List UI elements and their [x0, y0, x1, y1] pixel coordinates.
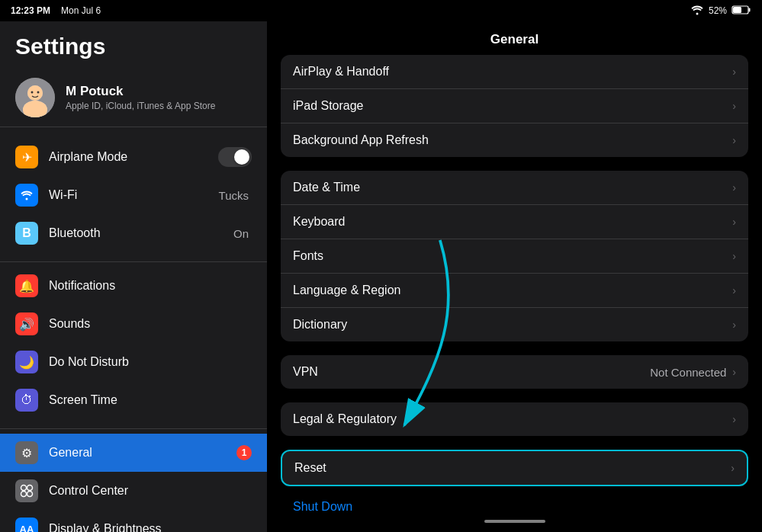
sidebar-item-display-brightness[interactable]: AA Display & Brightness	[0, 510, 267, 532]
sidebar-item-sounds[interactable]: 🔊 Sounds	[0, 305, 267, 343]
keyboard-label: Keyboard	[293, 215, 732, 229]
account-subtitle: Apple ID, iCloud, iTunes & App Store	[66, 101, 215, 111]
svg-point-13	[21, 486, 27, 491]
language-region-chevron: ›	[732, 284, 736, 296]
screen-time-icon: ⏱	[15, 389, 38, 412]
row-ipad-storage[interactable]: iPad Storage ›	[281, 89, 748, 123]
screen-time-label: Screen Time	[49, 393, 252, 407]
account-name: M Potuck	[66, 84, 215, 99]
sounds-icon: 🔊	[15, 312, 38, 335]
display-label: Display & Brightness	[49, 522, 252, 532]
settings-group-1: AirPlay & Handoff › iPad Storage › Backg…	[281, 55, 748, 157]
control-center-label: Control Center	[49, 484, 252, 498]
svg-rect-3	[733, 7, 741, 13]
language-region-label: Language & Region	[293, 284, 732, 297]
status-time: 12:23 PM	[11, 5, 50, 16]
date-time-label: Date & Time	[293, 181, 732, 194]
svg-point-12	[26, 198, 28, 200]
wifi-sidebar-icon	[15, 184, 38, 207]
reset-chevron: ›	[731, 462, 735, 474]
battery-percent: 52%	[709, 5, 727, 16]
date-time-chevron: ›	[732, 181, 736, 194]
dictionary-chevron: ›	[732, 319, 736, 331]
vpn-value: Not Connected	[650, 366, 726, 379]
row-background-app-refresh[interactable]: Background App Refresh ›	[281, 123, 748, 157]
fonts-chevron: ›	[732, 250, 736, 262]
airplane-icon: ✈	[15, 146, 38, 168]
status-bar-left: 12:23 PM Mon Jul 6	[11, 5, 101, 16]
status-bar-right: 52%	[690, 5, 751, 18]
settings-group-legal: Legal & Regulatory ›	[281, 402, 748, 436]
sounds-label: Sounds	[49, 317, 252, 331]
legal-label: Legal & Regulatory	[293, 412, 732, 426]
wifi-icon	[690, 5, 704, 18]
ipad-storage-label: iPad Storage	[293, 99, 732, 113]
sidebar-section-general: ⚙ General 1 Control Center AA Display & …	[0, 428, 267, 532]
dnd-label: Do Not Disturb	[49, 355, 252, 369]
legal-chevron: ›	[732, 413, 736, 425]
sidebar-section-connections: ✈ Airplane Mode Wi-Fi Tucks B Bluetooth …	[0, 133, 267, 257]
row-vpn[interactable]: VPN Not Connected ›	[281, 355, 748, 389]
shutdown-row[interactable]: Shut Down	[281, 492, 748, 514]
svg-point-14	[27, 486, 33, 491]
toggle-knob	[234, 149, 249, 165]
row-date-time[interactable]: Date & Time ›	[281, 171, 748, 205]
notifications-label: Notifications	[49, 279, 252, 293]
bluetooth-label: Bluetooth	[49, 226, 233, 240]
control-center-icon	[15, 479, 38, 502]
row-language-region[interactable]: Language & Region ›	[281, 274, 748, 308]
svg-point-15	[21, 492, 27, 497]
bg-app-refresh-chevron: ›	[732, 134, 736, 146]
svg-rect-2	[749, 8, 751, 11]
svg-point-10	[37, 91, 40, 94]
bluetooth-value: On	[233, 227, 249, 240]
row-dictionary[interactable]: Dictionary ›	[281, 308, 748, 341]
sidebar-section-notifications: 🔔 Notifications 🔊 Sounds 🌙 Do Not Distur…	[0, 261, 267, 424]
battery-icon	[731, 5, 751, 18]
fonts-label: Fonts	[293, 249, 732, 263]
account-row[interactable]: M Potuck Apple ID, iCloud, iTunes & App …	[0, 69, 267, 127]
airplane-label: Airplane Mode	[49, 150, 218, 164]
settings-group-2: Date & Time › Keyboard › Fonts › Languag…	[281, 171, 748, 341]
sidebar-item-airplane-mode[interactable]: ✈ Airplane Mode	[0, 138, 267, 176]
home-indicator	[484, 520, 545, 523]
avatar	[15, 78, 55, 117]
status-date: Mon Jul 6	[61, 5, 101, 16]
vpn-label: VPN	[293, 365, 650, 379]
sidebar-item-screen-time[interactable]: ⏱ Screen Time	[0, 381, 267, 419]
sidebar-item-notifications[interactable]: 🔔 Notifications	[0, 267, 267, 305]
row-fonts[interactable]: Fonts ›	[281, 239, 748, 274]
svg-point-9	[31, 91, 34, 94]
wifi-value: Tucks	[219, 189, 249, 202]
general-label: General	[49, 446, 232, 460]
row-legal[interactable]: Legal & Regulatory ›	[281, 402, 748, 436]
sidebar-item-control-center[interactable]: Control Center	[0, 472, 267, 510]
airplane-toggle[interactable]	[218, 147, 252, 167]
wifi-label: Wi-Fi	[49, 188, 219, 202]
sidebar-item-do-not-disturb[interactable]: 🌙 Do Not Disturb	[0, 343, 267, 381]
sidebar-item-wifi[interactable]: Wi-Fi Tucks	[0, 176, 267, 214]
status-bar: 12:23 PM Mon Jul 6 52%	[0, 0, 762, 21]
main-title: General	[267, 21, 762, 55]
dnd-icon: 🌙	[15, 351, 38, 373]
keyboard-chevron: ›	[732, 216, 736, 228]
settings-group-vpn: VPN Not Connected ›	[281, 355, 748, 389]
settings-group-reset: Reset ›	[281, 450, 748, 486]
dictionary-label: Dictionary	[293, 318, 732, 332]
airplay-handoff-label: AirPlay & Handoff	[293, 65, 732, 79]
row-reset[interactable]: Reset ›	[282, 451, 747, 485]
reset-label: Reset	[294, 461, 731, 475]
general-badge: 1	[236, 445, 252, 460]
row-airplay-handoff[interactable]: AirPlay & Handoff ›	[281, 55, 748, 89]
general-icon: ⚙	[15, 441, 38, 464]
row-keyboard[interactable]: Keyboard ›	[281, 205, 748, 239]
shutdown-label[interactable]: Shut Down	[293, 500, 352, 513]
sidebar-item-bluetooth[interactable]: B Bluetooth On	[0, 214, 267, 252]
svg-point-0	[696, 12, 698, 14]
sidebar: Settings M Potuck Apple ID, iCloud, iTun…	[0, 0, 267, 532]
airplay-handoff-chevron: ›	[732, 66, 736, 78]
sidebar-item-general[interactable]: ⚙ General 1	[0, 434, 267, 472]
main-content: General AirPlay & Handoff › iPad Storage…	[267, 0, 762, 532]
bg-app-refresh-label: Background App Refresh	[293, 133, 732, 147]
bluetooth-icon: B	[15, 222, 38, 245]
